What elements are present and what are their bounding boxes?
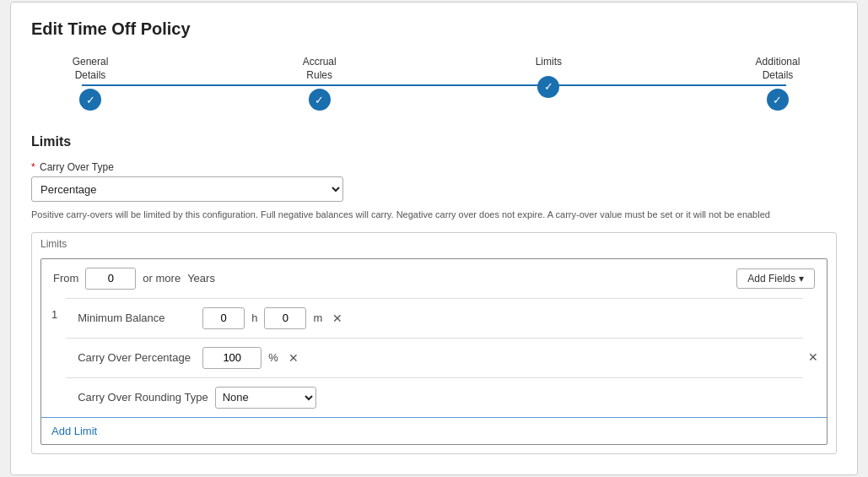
- step-additional-details: AdditionalDetails ✓: [744, 56, 811, 111]
- m-unit-label: m: [313, 312, 322, 324]
- carry-over-type-select[interactable]: Percentage Days Hours None: [31, 176, 343, 202]
- add-limit-row: Add Limit: [41, 417, 827, 444]
- pct-unit-label: %: [268, 351, 278, 364]
- stepper: GeneralDetails ✓ AccrualRules ✓ Limits ✓…: [31, 56, 837, 111]
- step-accrual-rules-check: ✓: [315, 94, 324, 106]
- h-unit-label: h: [251, 312, 257, 324]
- required-star: *: [31, 161, 35, 173]
- section-title: Limits: [31, 134, 837, 149]
- step-limits-check: ✓: [544, 80, 553, 93]
- min-balance-row: Minimum Balance h m ✕: [66, 298, 803, 338]
- min-balance-delete-button[interactable]: ✕: [331, 312, 344, 325]
- from-input[interactable]: [85, 268, 136, 290]
- limit-content: Minimum Balance h m ✕ Carry Over Percent…: [66, 298, 803, 417]
- limit-record-1: 1 Minimum Balance h m ✕ Carry Over Perce…: [41, 298, 827, 417]
- step-accrual-rules-circle: ✓: [309, 89, 331, 111]
- row-number: 1: [41, 298, 66, 417]
- step-limits-circle: ✓: [537, 76, 559, 98]
- carry-over-pct-label: Carry Over Percentage: [78, 351, 196, 364]
- step-additional-details-circle: ✓: [767, 89, 789, 111]
- carry-over-pct-row: Carry Over Percentage % ✕: [66, 338, 803, 377]
- min-balance-m-input[interactable]: [264, 307, 306, 329]
- min-balance-h-input[interactable]: [202, 307, 245, 329]
- limits-outer-label: Limits: [32, 233, 836, 253]
- add-limit-button[interactable]: Add Limit: [51, 425, 97, 437]
- limits-outer: Limits From or more Years Add Fields ▾ 1: [31, 232, 837, 454]
- step-additional-details-check: ✓: [773, 94, 782, 106]
- step-additional-details-label: AdditionalDetails: [756, 56, 801, 82]
- add-fields-arrow-icon: ▾: [799, 273, 804, 285]
- step-general-details-circle: ✓: [79, 89, 101, 111]
- step-limits: Limits ✓: [515, 56, 582, 98]
- limits-inner-box: From or more Years Add Fields ▾ 1 Minimu…: [40, 258, 828, 445]
- step-accrual-rules: AccrualRules ✓: [286, 56, 353, 111]
- step-general-details-label: GeneralDetails: [73, 56, 109, 82]
- step-general-details-check: ✓: [86, 94, 95, 106]
- step-limits-label: Limits: [536, 56, 562, 69]
- from-row: From or more Years Add Fields ▾: [41, 259, 827, 298]
- delete-record-button[interactable]: ✕: [803, 347, 827, 367]
- page-container: Edit Time Off Policy GeneralDetails ✓ Ac…: [10, 2, 858, 475]
- from-label: From: [53, 272, 78, 285]
- carry-over-rounding-label: Carry Over Rounding Type: [78, 391, 208, 404]
- step-general-details: GeneralDetails ✓: [57, 56, 124, 111]
- carry-over-pct-delete-button[interactable]: ✕: [287, 351, 300, 365]
- or-more-label: or more: [143, 272, 181, 285]
- years-label: Years: [187, 272, 215, 285]
- carry-over-rounding-row: Carry Over Rounding Type None Up Down Ne…: [66, 377, 803, 417]
- stepper-line: [82, 84, 786, 86]
- step-accrual-rules-label: AccrualRules: [303, 56, 337, 82]
- carry-over-type-label: * Carry Over Type: [31, 161, 837, 173]
- add-fields-label: Add Fields: [747, 273, 795, 285]
- add-fields-button[interactable]: Add Fields ▾: [736, 268, 815, 289]
- carry-over-rounding-select[interactable]: None Up Down Nearest: [215, 387, 316, 409]
- carry-over-type-group: * Carry Over Type Percentage Days Hours …: [31, 161, 837, 202]
- carry-over-hint: Positive carry-overs will be limited by …: [31, 209, 837, 221]
- page-title: Edit Time Off Policy: [31, 19, 837, 39]
- min-balance-label: Minimum Balance: [78, 312, 196, 324]
- carry-over-pct-input[interactable]: [202, 347, 261, 369]
